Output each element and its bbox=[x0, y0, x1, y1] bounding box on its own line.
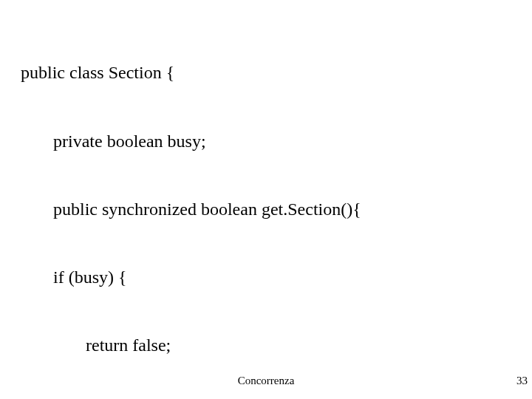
code-line: return false; bbox=[21, 334, 369, 357]
code-line: public synchronized boolean get.Section(… bbox=[21, 198, 369, 221]
page-number: 33 bbox=[516, 375, 528, 387]
code-line: if (busy) { bbox=[21, 266, 369, 289]
code-block: public class Section { private boolean b… bbox=[21, 16, 369, 399]
code-line: private boolean busy; bbox=[21, 130, 369, 153]
code-line: public class Section { bbox=[21, 61, 369, 84]
footer-label: Concorrenza bbox=[238, 375, 295, 387]
